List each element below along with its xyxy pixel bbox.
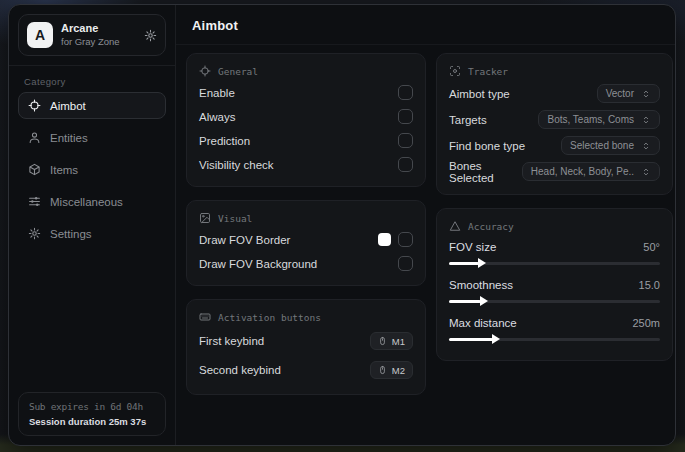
sidebar-item-items[interactable]: Items: [18, 156, 166, 183]
box-icon: [28, 163, 41, 176]
keyboard-icon: [199, 311, 211, 323]
chevron-up-down-icon: [641, 89, 651, 99]
activation-card-title: Activation buttons: [199, 309, 413, 327]
sub-expiry-text: Sub expires in 6d 04h: [29, 401, 155, 412]
max-distance-slider[interactable]: [449, 338, 660, 341]
app-logo-letter: A: [35, 27, 45, 43]
first-keybind-button[interactable]: M1: [370, 332, 413, 350]
setting-label: First keybind: [199, 335, 264, 347]
setting-label: Aimbot type: [449, 88, 510, 100]
crosshair-icon: [199, 65, 211, 77]
sidebar-item-label: Miscellaneous: [50, 196, 123, 208]
setting-label: Targets: [449, 114, 487, 126]
setting-row-find-bone-type: Find bone type Selected bone: [449, 133, 660, 158]
sidebar-item-settings[interactable]: Settings: [18, 220, 166, 247]
slider-fill: [449, 262, 479, 265]
draw-fov-background-checkbox[interactable]: [398, 256, 413, 271]
find-bone-type-dropdown[interactable]: Selected bone: [561, 136, 660, 155]
triangle-icon: [449, 220, 461, 232]
fov-size-slider[interactable]: [449, 262, 660, 265]
general-card-title: General: [199, 63, 413, 81]
subscription-info-card: Sub expires in 6d 04h Session duration 2…: [18, 392, 166, 436]
sidebar-item-label: Entities: [50, 132, 88, 144]
smoothness-slider[interactable]: [449, 300, 660, 303]
visual-card: Visual Draw FOV Border Draw FOV Backgrou…: [186, 200, 426, 286]
tracker-card-title: Tracker: [449, 63, 660, 81]
mouse-icon: [378, 364, 387, 376]
sidebar-nav: Aimbot Entities Items: [9, 92, 175, 247]
setting-label: Always: [199, 111, 235, 123]
fov-border-color-swatch[interactable]: [378, 233, 391, 246]
general-card: General Enable Always Prediction: [186, 53, 426, 187]
slider-label: Max distance: [449, 317, 517, 329]
chevron-up-down-icon: [641, 167, 651, 177]
sidebar-item-miscellaneous[interactable]: Miscellaneous: [18, 188, 166, 215]
sliders-icon: [28, 195, 41, 208]
targets-dropdown[interactable]: Bots, Teams, Coms: [538, 110, 660, 129]
setting-label: Second keybind: [199, 364, 281, 376]
setting-row-draw-fov-border: Draw FOV Border: [199, 228, 413, 251]
sidebar-item-label: Aimbot: [50, 100, 86, 112]
sidebar-item-aimbot[interactable]: Aimbot: [18, 92, 166, 119]
visual-card-title: Visual: [199, 210, 413, 228]
main-content: General Enable Always Prediction: [176, 45, 675, 445]
aimbot-type-dropdown[interactable]: Vector: [597, 84, 660, 103]
slider-fill: [449, 300, 481, 303]
sidebar-item-label: Settings: [50, 228, 92, 240]
app-header-card: A Arcane for Gray Zone: [18, 14, 166, 56]
sidebar-item-entities[interactable]: Entities: [18, 124, 166, 151]
always-checkbox[interactable]: [398, 109, 413, 124]
right-column: Tracker Aimbot type Vector Targets: [436, 53, 673, 361]
sidebar-item-label: Items: [50, 164, 78, 176]
setting-row-always: Always: [199, 105, 413, 128]
slider-label: FOV size: [449, 241, 496, 253]
setting-row-draw-fov-background: Draw FOV Background: [199, 252, 413, 275]
slider-label: Smoothness: [449, 279, 513, 291]
slider-smoothness: Smoothness 15.0: [449, 274, 660, 303]
slider-value: 15.0: [639, 279, 660, 291]
sidebar: A Arcane for Gray Zone Category Aimbot: [9, 5, 176, 445]
app-settings-gear-icon[interactable]: [144, 29, 157, 42]
setting-row-aimbot-type: Aimbot type Vector: [449, 81, 660, 106]
slider-fill: [449, 338, 493, 341]
slider-max-distance: Max distance 250m: [449, 312, 660, 341]
page-title: Aimbot: [192, 18, 659, 33]
draw-fov-border-checkbox[interactable]: [398, 232, 413, 247]
setting-row-bones-selected: Bones Selected Head, Neck, Body, Pe..: [449, 159, 660, 184]
image-icon: [199, 212, 211, 224]
prediction-checkbox[interactable]: [398, 133, 413, 148]
setting-row-enable: Enable: [199, 81, 413, 104]
crosshair-icon: [28, 99, 41, 112]
bones-selected-dropdown[interactable]: Head, Neck, Body, Pe..: [522, 162, 660, 181]
enable-checkbox[interactable]: [398, 85, 413, 100]
setting-row-prediction: Prediction: [199, 129, 413, 152]
setting-label: Prediction: [199, 135, 250, 147]
setting-row-targets: Targets Bots, Teams, Coms: [449, 107, 660, 132]
slider-fov-size: FOV size 50°: [449, 236, 660, 265]
chevron-up-down-icon: [641, 115, 651, 125]
setting-label: Find bone type: [449, 140, 525, 152]
session-duration-text: Session duration 25m 37s: [29, 416, 155, 427]
gear-icon: [28, 227, 41, 240]
setting-label: Bones Selected: [449, 160, 522, 184]
setting-row-visibility-check: Visibility check: [199, 153, 413, 176]
setting-label: Visibility check: [199, 159, 274, 171]
setting-row-first-keybind: First keybind M1: [199, 327, 413, 355]
app-subtitle: for Gray Zone: [61, 37, 120, 48]
chevron-up-down-icon: [641, 141, 651, 151]
app-meta: Arcane for Gray Zone: [61, 22, 120, 48]
visibility-check-checkbox[interactable]: [398, 157, 413, 172]
slider-value: 50°: [643, 241, 660, 253]
person-icon: [28, 131, 41, 144]
setting-label: Enable: [199, 87, 235, 99]
tracker-card: Tracker Aimbot type Vector Targets: [436, 53, 673, 195]
app-name: Arcane: [61, 22, 120, 35]
scan-target-icon: [449, 65, 461, 77]
cheat-menu-window: A Arcane for Gray Zone Category Aimbot: [8, 4, 676, 446]
category-label: Category: [9, 70, 175, 92]
second-keybind-button[interactable]: M2: [370, 361, 413, 379]
activation-buttons-card: Activation buttons First keybind M1 Seco…: [186, 299, 426, 395]
main-header: Aimbot: [176, 5, 675, 45]
setting-label: Draw FOV Background: [199, 258, 317, 270]
setting-row-second-keybind: Second keybind M2: [199, 356, 413, 384]
